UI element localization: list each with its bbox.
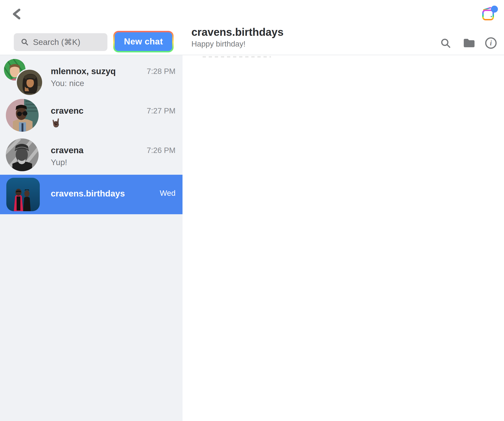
notification-dot [491,6,498,13]
chat-time: 7:28 PM [147,67,175,76]
app-header: New chat cravens.birthdays Happy birthda… [0,0,504,55]
avatar-cravenc [6,99,39,132]
chat-list-item-cravenc[interactable]: cravenc 🤘🏿 7:27 PM [0,96,182,135]
group-avatar [0,56,44,96]
folder-icon [463,38,474,48]
chat-list-item-cravens-birthdays[interactable]: cravens.birthdays Wed [0,175,182,214]
back-button[interactable] [11,7,23,21]
chat-list-item-mlennox-suzyq[interactable]: mlennox, suzyq You: nice 7:28 PM [0,56,182,96]
chat-name: mlennox, suzyq [51,66,116,76]
svg-text:i: i [490,39,492,47]
new-chat-button[interactable]: New chat [113,31,174,52]
chat-preview: Yup! [51,158,67,167]
chat-preview: 🤘🏿 [51,118,61,128]
conversation-subtitle: Happy birthday! [191,39,284,49]
chat-name: cravenc [51,106,84,116]
search-box[interactable] [14,33,107,51]
folder-button[interactable] [463,38,474,48]
search-icon [21,38,29,46]
chat-name: cravena [51,145,84,155]
chat-time: 7:26 PM [147,146,175,155]
chat-preview: You: nice [51,79,84,88]
search-icon [440,38,451,49]
avatar-cravena [6,138,39,171]
chat-list-item-cravena[interactable]: cravena Yup! 7:26 PM [0,135,182,175]
chat-list-sidebar: mlennox, suzyq You: nice 7:28 PM cravenc… [0,55,182,421]
avatar-cravens-birthdays [6,178,40,211]
clipped-scroll-text-artifact [203,56,271,58]
chat-time: Wed [160,189,175,198]
info-icon: i [485,37,497,49]
conversation-search-button[interactable] [440,38,451,49]
chat-time: 7:27 PM [147,107,175,115]
activity-radio-icon-button[interactable] [481,5,498,21]
conversation-header: cravens.birthdays Happy birthday! [191,26,284,49]
new-chat-label: New chat [115,32,172,51]
rainbow-radio-icon [481,5,498,21]
avatar-suzyq [17,70,42,95]
chevron-left-icon [11,7,23,21]
search-input[interactable] [33,37,104,47]
chat-name: cravens.birthdays [51,189,125,199]
info-button[interactable]: i [485,37,497,49]
conversation-title: cravens.birthdays [191,26,284,38]
conversation-panel [182,55,504,421]
